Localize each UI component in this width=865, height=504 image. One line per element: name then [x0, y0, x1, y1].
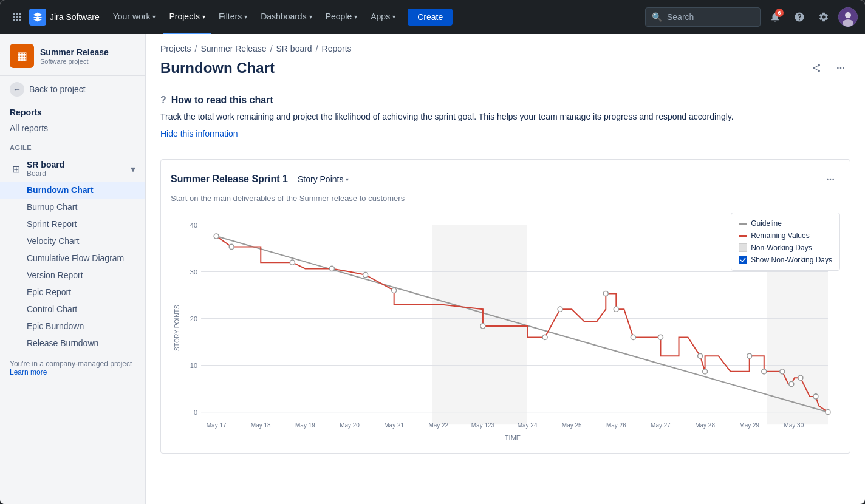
- svg-point-60: [698, 353, 703, 358]
- info-title: ? How to read this chart: [160, 95, 850, 106]
- agile-section-title: AGILE: [10, 144, 135, 151]
- hide-info-link[interactable]: Hide this information: [160, 129, 238, 138]
- project-icon: ▦: [10, 44, 34, 68]
- sidebar-item-control-chart[interactable]: Control Chart: [0, 301, 145, 318]
- svg-text:May 25: May 25: [562, 422, 582, 429]
- page-title: Burndown Chart: [160, 60, 275, 77]
- svg-text:30: 30: [190, 268, 197, 276]
- chevron-down-icon: ▾: [392, 13, 395, 20]
- project-info: Summer Release Software project: [40, 47, 135, 65]
- create-button[interactable]: Create: [408, 9, 453, 26]
- svg-text:May 28: May 28: [695, 422, 715, 429]
- avatar[interactable]: [838, 7, 858, 27]
- chart-more-button[interactable]: [821, 169, 840, 189]
- legend-remaining: Remaining Values: [739, 231, 832, 240]
- chart-container: Summer Release Sprint 1 Story Points ▾ S…: [160, 159, 850, 454]
- reports-section-label: Reports: [0, 103, 145, 120]
- back-arrow-icon: ←: [10, 82, 24, 97]
- sidebar-item-epic-report[interactable]: Epic Report: [0, 284, 145, 301]
- svg-point-55: [558, 307, 562, 312]
- svg-point-52: [392, 288, 397, 293]
- sidebar-item-velocity-chart[interactable]: Velocity Chart: [0, 233, 145, 250]
- nav-your-work[interactable]: Your work ▾: [107, 0, 162, 34]
- svg-text:May 22: May 22: [428, 422, 448, 429]
- chevron-down-icon: ▾: [346, 176, 349, 183]
- svg-point-17: [832, 179, 834, 180]
- settings-button[interactable]: [814, 7, 833, 27]
- more-options-button[interactable]: [831, 58, 850, 78]
- grid-icon[interactable]: [7, 7, 27, 27]
- sidebar-item-cumulative-flow[interactable]: Cumulative Flow Diagram: [0, 250, 145, 267]
- svg-point-58: [631, 335, 635, 339]
- chevron-down-icon: ▾: [131, 163, 135, 175]
- sidebar-item-burndown-chart[interactable]: Burndown Chart: [0, 182, 145, 199]
- share-button[interactable]: [807, 58, 826, 78]
- svg-text:0: 0: [194, 409, 197, 416]
- notification-badge: 6: [775, 9, 784, 17]
- svg-text:May 24: May 24: [518, 422, 538, 429]
- svg-point-66: [798, 375, 803, 380]
- learn-more-link[interactable]: Learn more: [10, 368, 47, 376]
- svg-point-47: [214, 234, 219, 239]
- svg-point-16: [830, 179, 832, 180]
- nav-apps[interactable]: Apps ▾: [364, 0, 402, 34]
- svg-text:40: 40: [190, 222, 197, 229]
- svg-rect-0: [13, 13, 15, 15]
- svg-rect-5: [19, 16, 21, 18]
- svg-point-13: [840, 67, 842, 69]
- sr-board-item[interactable]: ⊞ SR board Board ▾: [0, 156, 145, 182]
- breadcrumb-summer-release[interactable]: Summer Release: [200, 44, 266, 53]
- svg-text:STORY POINTS: STORY POINTS: [174, 305, 180, 351]
- svg-rect-7: [16, 19, 18, 21]
- sidebar-item-sprint-report[interactable]: Sprint Report: [0, 216, 145, 233]
- svg-text:May 29: May 29: [739, 422, 759, 429]
- svg-point-65: [789, 381, 794, 386]
- svg-rect-6: [13, 19, 15, 21]
- svg-point-61: [703, 369, 708, 374]
- sidebar-item-burnup-chart[interactable]: Burnup Chart: [0, 199, 145, 216]
- sidebar-item-all-reports[interactable]: All reports: [0, 120, 145, 137]
- svg-text:May 123: May 123: [471, 422, 495, 429]
- nav-filters[interactable]: Filters ▾: [213, 0, 253, 34]
- chevron-down-icon: ▾: [152, 13, 156, 20]
- logo[interactable]: Jira Software: [29, 9, 100, 26]
- notifications-button[interactable]: 6: [765, 7, 785, 27]
- content-area: Projects / Summer Release / SR board / R…: [146, 34, 865, 504]
- svg-rect-19: [432, 225, 527, 425]
- svg-point-10: [845, 12, 851, 18]
- show-non-working-checkbox[interactable]: [739, 256, 747, 264]
- board-icon: ⊞: [10, 163, 22, 175]
- chart-subtitle: Start on the main deliverables of the Su…: [171, 194, 840, 203]
- breadcrumb-projects[interactable]: Projects: [160, 44, 191, 53]
- breadcrumb-sr-board[interactable]: SR board: [276, 44, 312, 53]
- sidebar-item-epic-burndown[interactable]: Epic Burndown: [0, 318, 145, 335]
- svg-rect-2: [19, 13, 21, 15]
- metric-dropdown[interactable]: Story Points ▾: [298, 174, 349, 184]
- svg-point-53: [480, 324, 485, 329]
- board-name: SR board: [27, 160, 64, 169]
- svg-point-14: [843, 67, 844, 69]
- project-header: ▦ Summer Release Software project: [0, 34, 145, 76]
- project-type: Software project: [40, 58, 135, 65]
- nav-people[interactable]: People ▾: [320, 0, 364, 34]
- chevron-down-icon: ▾: [309, 13, 312, 20]
- nav-projects[interactable]: Projects ▾: [163, 0, 211, 34]
- svg-point-56: [603, 291, 608, 296]
- help-button[interactable]: [790, 7, 809, 27]
- page-actions: [807, 58, 850, 78]
- search-box[interactable]: 🔍: [645, 7, 761, 27]
- svg-text:May 26: May 26: [606, 422, 626, 429]
- page-title-row: Burndown Chart: [160, 58, 850, 78]
- logo-icon: [29, 9, 46, 26]
- search-input[interactable]: [667, 12, 754, 22]
- svg-point-48: [229, 244, 234, 249]
- sidebar-item-version-report[interactable]: Version Report: [0, 267, 145, 284]
- svg-text:10: 10: [190, 362, 197, 369]
- back-to-project-button[interactable]: ← Back to project: [0, 76, 145, 103]
- sidebar-item-release-burndown[interactable]: Release Burndown: [0, 335, 145, 352]
- nav-dashboards[interactable]: Dashboards ▾: [255, 0, 318, 34]
- svg-text:May 19: May 19: [295, 422, 315, 429]
- svg-text:20: 20: [190, 315, 197, 322]
- svg-rect-8: [19, 19, 21, 21]
- non-working-swatch: [739, 243, 747, 252]
